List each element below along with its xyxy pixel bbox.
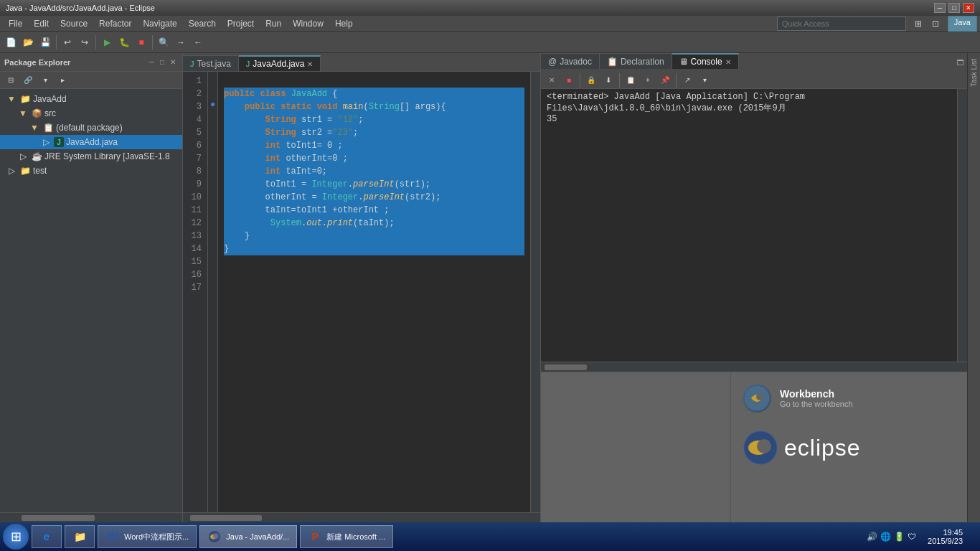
open-console-button[interactable]: ↗ xyxy=(679,72,695,88)
taskbar-word[interactable]: W Word中流程图示... xyxy=(98,525,197,548)
declaration-icon: 📋 xyxy=(607,57,618,67)
menu-refactor[interactable]: Refactor xyxy=(93,17,137,30)
tree-item-default-pkg[interactable]: ▼ 📋 (default package) xyxy=(0,121,182,135)
minimize-panel-button[interactable]: ─ xyxy=(147,57,156,67)
prev-button[interactable]: ← xyxy=(190,34,206,50)
tab-console[interactable]: 🖥 Console ✕ xyxy=(672,53,739,69)
next-button[interactable]: → xyxy=(173,34,189,50)
sidebar-task-list[interactable]: Task List xyxy=(969,56,979,90)
maximize-button[interactable]: □ xyxy=(948,3,960,13)
tree-label: JavaAdd.java xyxy=(66,137,118,147)
package-explorer-panel: Package Explorer ─ □ ✕ ⊟ 🔗 ▾ ▸ ▼ 📁 JavaA… xyxy=(0,53,183,522)
workbench-left xyxy=(541,372,730,522)
tab-test-java[interactable]: J Test.java xyxy=(183,55,239,71)
menu-search[interactable]: Search xyxy=(183,17,222,30)
menu-bar: File Edit Source Refactor Navigate Searc… xyxy=(0,16,980,32)
taskbar-ie[interactable]: e xyxy=(32,525,62,548)
menu-run[interactable]: Run xyxy=(260,17,287,30)
eclipse-brand-text: eclipse xyxy=(784,435,861,461)
tab-javaadd-java[interactable]: J JavaAdd.java ✕ xyxy=(239,55,321,71)
tree-item-src[interactable]: ▼ 📦 src xyxy=(0,106,182,121)
open-perspective-button[interactable]: ⊞ xyxy=(910,16,926,32)
explorer-menu-button[interactable]: ▾ xyxy=(37,72,53,88)
workbench-panel: Workbench Go to the workbench xyxy=(541,372,967,522)
tree-item-jre[interactable]: ▷ ☕ JRE System Library [JavaSE-1.8 xyxy=(0,149,182,164)
line-numbers: 12345 678910 1112131415 1617 xyxy=(183,72,208,512)
start-button[interactable]: ⊞ xyxy=(3,524,29,550)
tab-declaration[interactable]: 📋 Declaration xyxy=(600,53,672,69)
menu-edit[interactable]: Edit xyxy=(28,17,55,30)
editor-v-scroll[interactable] xyxy=(530,72,540,512)
editor-tabs: J Test.java J JavaAdd.java ✕ xyxy=(183,53,540,72)
sep xyxy=(580,73,580,88)
tree-label: src xyxy=(44,108,56,118)
search-button[interactable]: 🔍 xyxy=(156,34,171,50)
quick-access-input[interactable] xyxy=(777,17,906,31)
console-output[interactable]: <terminated> JavaAdd [Java Application] … xyxy=(541,89,957,362)
tab-icon: J xyxy=(190,60,194,68)
package-icon: 📋 xyxy=(42,122,54,133)
menu-navigate[interactable]: Navigate xyxy=(137,17,182,30)
clear-console-button[interactable]: ✕ xyxy=(544,72,560,88)
debug-button[interactable]: 🐛 xyxy=(116,34,132,50)
maximize-panel-button[interactable]: □ xyxy=(158,57,166,67)
workbench-goto-item[interactable]: Workbench Go to the workbench xyxy=(731,372,967,418)
pin-console-button[interactable]: 📌 xyxy=(657,72,673,88)
minimize-button[interactable]: ─ xyxy=(934,3,946,13)
menu-project[interactable]: Project xyxy=(222,17,260,30)
taskbar-eclipse[interactable]: Java - JavaAdd/... xyxy=(199,525,297,548)
run-button[interactable]: ▶ xyxy=(99,34,115,50)
redo-button[interactable]: ↪ xyxy=(77,34,93,50)
taskbar-msoffice[interactable]: P 新建 Microsoft ... xyxy=(300,525,393,548)
menu-source[interactable]: Source xyxy=(55,17,93,30)
console-panel: ✕ ■ 🔒 ⬇ 📋 + 📌 ↗ ▾ xyxy=(541,72,967,372)
view-menu-button[interactable]: ▾ xyxy=(697,72,712,88)
explorer-h-scroll[interactable] xyxy=(0,512,182,522)
editor-h-scroll[interactable] xyxy=(183,512,540,522)
menu-file[interactable]: File xyxy=(3,17,28,30)
console-result: 35 xyxy=(547,114,951,124)
close-panel-button[interactable]: ✕ xyxy=(168,57,178,67)
perspective-button[interactable]: ⊡ xyxy=(928,16,943,32)
menu-help[interactable]: Help xyxy=(329,17,359,30)
taskbar-word-label: Word中流程图示... xyxy=(124,532,189,542)
workbench-subtitle: Go to the workbench xyxy=(780,400,853,408)
new-console-button[interactable]: + xyxy=(640,72,656,88)
panel-title: Package Explorer xyxy=(4,58,70,67)
menu-window[interactable]: Window xyxy=(287,17,329,30)
save-button[interactable]: 💾 xyxy=(37,34,53,50)
code-content[interactable]: public class JavaAdd { public static voi… xyxy=(218,72,530,512)
taskbar-explorer[interactable]: 📁 xyxy=(65,525,95,548)
console-h-scroll[interactable] xyxy=(541,362,967,372)
workbench-text: Workbench Go to the workbench xyxy=(780,388,853,408)
clock[interactable]: 19:45 2015/9/23 xyxy=(922,528,969,545)
undo-button[interactable]: ↩ xyxy=(60,34,75,50)
maximize-console-icon[interactable]: 🗖 xyxy=(957,59,964,67)
show-desktop-button[interactable] xyxy=(971,525,977,548)
tree-item-javaadd[interactable]: ▼ 📁 JavaAdd xyxy=(0,92,182,106)
tab-javadoc[interactable]: @ Javadoc xyxy=(541,53,600,69)
stop-console-button[interactable]: ■ xyxy=(561,72,577,88)
collapse-all-button[interactable]: ⊟ xyxy=(3,72,19,88)
stop-button[interactable]: ■ xyxy=(133,34,149,50)
console-v-scroll[interactable] xyxy=(957,89,967,362)
java-perspective[interactable]: Java xyxy=(948,16,977,32)
tab-close-button[interactable]: ✕ xyxy=(307,60,313,68)
taskbar: ⊞ e 📁 W Word中流程图示... Java - JavaAdd/... … xyxy=(0,522,980,551)
scroll-lock-button[interactable]: 🔒 xyxy=(583,72,599,88)
close-button[interactable]: ✕ xyxy=(963,3,974,13)
link-editor-button[interactable]: 🔗 xyxy=(20,72,36,88)
scroll-end-button[interactable]: ⬇ xyxy=(600,72,616,88)
src-icon: 📦 xyxy=(31,108,42,119)
open-button[interactable]: 📂 xyxy=(20,34,36,50)
tray-icons: 🔊 🌐 🔋 🛡 xyxy=(864,532,919,542)
tab-icon: J xyxy=(246,60,250,68)
tree-label: (default package) xyxy=(56,123,123,133)
new-button[interactable]: 📄 xyxy=(3,34,19,50)
tree-item-test[interactable]: ▷ 📁 test xyxy=(0,164,182,178)
tree-item-javaadd-java[interactable]: ▷ J JavaAdd.java xyxy=(0,135,182,149)
forward-button[interactable]: ▸ xyxy=(55,72,70,88)
tab-close-button[interactable]: ✕ xyxy=(725,58,731,66)
display-selected-button[interactable]: 📋 xyxy=(623,72,639,88)
clock-time: 19:45 xyxy=(928,528,963,537)
